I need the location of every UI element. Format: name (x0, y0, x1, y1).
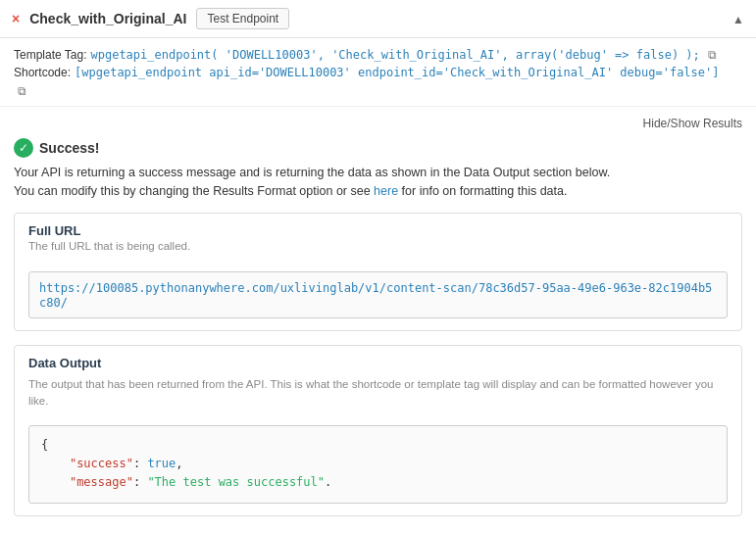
shortcode-value: [wpgetapi_endpoint api_id='DOWELL10003' … (75, 66, 719, 79)
data-output-card: Data Output The output that has been ret… (14, 345, 742, 516)
full-url-card-header: Full URL The full URL that is being call… (15, 214, 741, 264)
header-bar: × Check_with_Original_AI Test Endpoint ▲ (0, 0, 756, 38)
header-right: ▲ (732, 12, 744, 26)
url-box: https://100085.pythonanywhere.com/uxlivi… (28, 271, 728, 318)
shortcode-copy-icon[interactable]: ⧉ (18, 84, 26, 98)
hide-show-results-link[interactable]: Hide/Show Results (643, 117, 742, 130)
page-title: Check_with_Original_AI (29, 11, 186, 26)
template-tag-copy-icon[interactable]: ⧉ (708, 48, 717, 62)
template-tag-value: wpgetapi_endpoint( 'DOWELL10003', 'Check… (91, 48, 700, 62)
url-value: https://100085.pythonanywhere.com/uxlivi… (39, 281, 712, 310)
hide-show-row: Hide/Show Results (14, 117, 742, 130)
success-title: Success! (39, 140, 99, 156)
code-line-1: { (41, 436, 715, 455)
data-output-subtitle: The output that has been returned from t… (15, 376, 741, 420)
tags-section: Template Tag: wpgetapi_endpoint( 'DOWELL… (0, 38, 756, 107)
shortcode-label: Shortcode: (14, 66, 71, 79)
data-output-card-header: Data Output (15, 346, 741, 376)
collapse-icon[interactable]: ▲ (732, 13, 744, 26)
code-line-3: "message": "The test was successful". (41, 473, 715, 492)
test-endpoint-button[interactable]: Test Endpoint (196, 8, 289, 29)
results-area: Hide/Show Results ✓ Success! Your API is… (0, 107, 756, 533)
success-header: ✓ Success! (14, 138, 742, 158)
full-url-title: Full URL (28, 223, 728, 238)
here-link[interactable]: here (374, 184, 398, 198)
code-line-2: "success": true, (41, 455, 715, 473)
close-icon[interactable]: × (12, 11, 20, 26)
data-output-code: { "success": true, "message": "The test … (28, 425, 728, 504)
full-url-card: Full URL The full URL that is being call… (14, 213, 742, 331)
success-description: Your API is returning a success message … (14, 164, 742, 201)
success-box: ✓ Success! Your API is returning a succe… (14, 138, 742, 201)
full-url-subtitle: The full URL that is being called. (28, 240, 728, 252)
data-output-title: Data Output (28, 356, 728, 370)
shortcode-row: Shortcode: [wpgetapi_endpoint api_id='DO… (14, 66, 742, 79)
template-tag-label: Template Tag: (14, 48, 87, 62)
template-tag-row: Template Tag: wpgetapi_endpoint( 'DOWELL… (14, 48, 742, 62)
success-checkmark-icon: ✓ (14, 138, 33, 158)
